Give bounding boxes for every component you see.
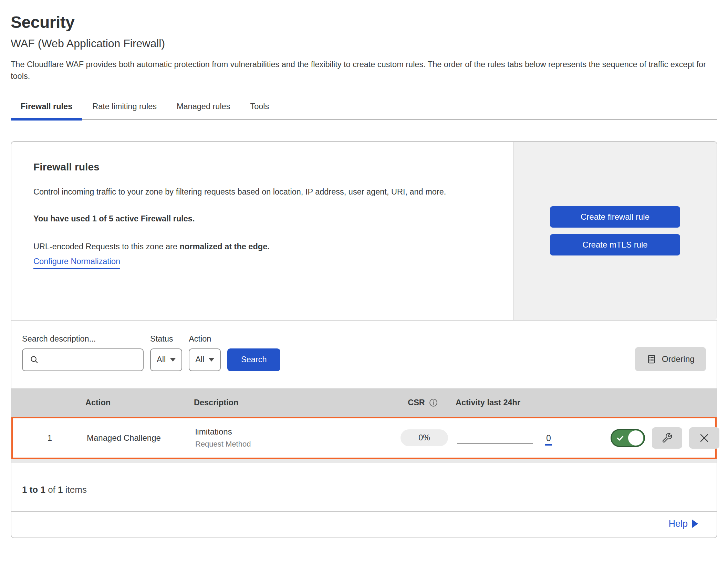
search-input-box[interactable]: [22, 348, 144, 371]
header-activity: Activity last 24hr: [456, 398, 597, 407]
actions-panel: Create firewall rule Create mTLS rule: [513, 142, 717, 320]
delete-rule-button[interactable]: [689, 427, 719, 449]
header-description: Description: [194, 398, 390, 407]
tab-managed-rules[interactable]: Managed rules: [167, 98, 240, 119]
pagination-of: of: [48, 484, 55, 495]
search-icon: [30, 355, 39, 365]
action-filter[interactable]: All: [189, 348, 221, 371]
arrow-right-icon: [692, 520, 698, 528]
pagination-total: 1: [58, 484, 63, 495]
waf-security-page: Security WAF (Web Application Firewall) …: [0, 0, 728, 538]
info-body: Control incoming traffic to your zone by…: [33, 185, 491, 199]
rule-description-cell: limitations Request Method: [195, 427, 392, 449]
search-button[interactable]: Search: [227, 348, 280, 371]
table-header: Action Description CSR Activity last 24h…: [11, 388, 717, 417]
search-label: Search description...: [22, 334, 144, 344]
header-action: Action: [85, 398, 194, 407]
ordering-list-icon: [646, 354, 657, 364]
info-icon[interactable]: [429, 398, 438, 407]
csr-badge: 0%: [401, 429, 448, 446]
pagination-range: 1 to 1: [22, 484, 45, 495]
search-group: Search description...: [22, 334, 144, 371]
firewall-rule-row[interactable]: 1 Managed Challenge limitations Request …: [11, 417, 717, 459]
activity-count-link[interactable]: 0: [545, 433, 552, 446]
normalization-text: URL-encoded Requests to this zone are: [33, 242, 177, 251]
table-bottom-strip: [11, 459, 717, 463]
rule-activity-cell: 0: [457, 432, 598, 444]
rule-enabled-toggle[interactable]: [611, 429, 645, 447]
wrench-icon: [662, 432, 673, 443]
rules-tabs: Firewall rules Rate limiting rules Manag…: [11, 98, 717, 120]
configure-normalization-link[interactable]: Configure Normalization: [33, 257, 120, 269]
firewall-rules-info-section: Firewall rules Control incoming traffic …: [11, 142, 717, 320]
status-group: Status All: [150, 334, 182, 371]
page-subtitle: WAF (Web Application Firewall): [11, 35, 717, 52]
page-description: The Cloudflare WAF provides both automat…: [11, 59, 706, 82]
normalization-bold: normalized at the edge.: [180, 242, 270, 251]
tab-tools[interactable]: Tools: [240, 98, 279, 119]
rule-controls: [598, 427, 719, 449]
info-heading: Firewall rules: [33, 161, 491, 173]
chevron-down-icon: [209, 358, 214, 362]
help-link-label: Help: [668, 519, 688, 529]
check-icon: [616, 434, 625, 442]
help-row: Help: [11, 511, 717, 537]
ordering-button-label: Ordering: [662, 354, 695, 364]
create-firewall-rule-button[interactable]: Create firewall rule: [550, 206, 680, 228]
create-mtls-rule-button[interactable]: Create mTLS rule: [550, 234, 680, 255]
close-icon: [698, 432, 710, 444]
help-link[interactable]: Help: [668, 519, 698, 529]
firewall-rules-card: Firewall rules Control incoming traffic …: [11, 141, 717, 538]
page-title: Security: [11, 10, 717, 34]
ordering-button[interactable]: Ordering: [635, 347, 706, 371]
tab-rate-limiting-rules[interactable]: Rate limiting rules: [82, 98, 167, 119]
rule-csr-cell: 0%: [392, 429, 457, 446]
rule-priority: 1: [13, 433, 87, 443]
info-usage: You have used 1 of 5 active Firewall rul…: [33, 214, 491, 223]
info-normalization: URL-encoded Requests to this zone are no…: [33, 242, 491, 251]
rule-action: Managed Challenge: [87, 433, 195, 443]
search-input[interactable]: [43, 355, 145, 364]
status-filter-value: All: [157, 355, 166, 364]
toggle-knob: [628, 430, 643, 446]
rule-description-sub: Request Method: [195, 440, 392, 449]
pagination-items: items: [65, 484, 87, 495]
status-filter[interactable]: All: [150, 348, 182, 371]
header-csr-label: CSR: [408, 398, 425, 407]
firewall-rules-info-text: Firewall rules Control incoming traffic …: [11, 142, 513, 320]
edit-rule-button[interactable]: [652, 427, 682, 449]
tab-firewall-rules[interactable]: Firewall rules: [11, 98, 82, 119]
filters-bar: Search description... Status All: [11, 320, 717, 388]
header-csr: CSR: [390, 398, 456, 407]
activity-sparkline: [457, 443, 533, 444]
chevron-down-icon: [170, 358, 176, 362]
action-label: Action: [189, 334, 221, 344]
action-group: Action All: [189, 334, 221, 371]
pagination-summary: 1 to 1 of 1 items: [11, 463, 717, 511]
action-filter-value: All: [195, 355, 204, 364]
status-label: Status: [150, 334, 182, 344]
rule-description: limitations: [195, 427, 392, 437]
